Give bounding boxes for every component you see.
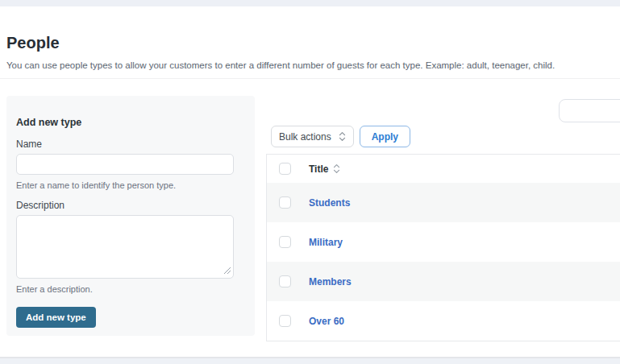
search-input[interactable] — [559, 99, 620, 122]
add-new-type-panel: Add new type Name Enter a name to identi… — [6, 96, 255, 336]
sort-icon — [333, 163, 340, 174]
column-header-title[interactable]: Title — [309, 163, 340, 175]
bottom-strip — [0, 357, 620, 364]
row-checkbox[interactable] — [279, 236, 291, 248]
row-title-link[interactable]: Members — [309, 276, 352, 287]
row-checkbox[interactable] — [279, 275, 291, 287]
bulk-actions-selected-label: Bulk actions — [279, 131, 331, 143]
page-title: People — [6, 34, 620, 52]
name-field[interactable] — [16, 154, 234, 175]
description-help-text: Enter a description. — [16, 284, 242, 294]
people-table-rows: Students Military Members Over 60 — [267, 183, 620, 341]
page-content: People You can use people types to allow… — [6, 6, 620, 357]
description-label: Description — [16, 200, 242, 211]
table-row: Students — [267, 183, 620, 222]
table-row: Military — [267, 222, 620, 262]
row-title-link[interactable]: Over 60 — [309, 316, 344, 327]
row-title-link[interactable]: Military — [309, 237, 343, 248]
people-settings-page: People You can use people types to allow… — [0, 0, 620, 364]
add-new-type-button[interactable]: Add new type — [16, 307, 96, 328]
select-all-checkbox[interactable] — [279, 163, 291, 175]
apply-button[interactable]: Apply — [360, 126, 410, 147]
bulk-actions-select[interactable]: Bulk actions — [271, 126, 354, 147]
table-header-row: Title — [267, 155, 620, 183]
description-field[interactable] — [16, 215, 234, 279]
bulk-actions-toolbar: Bulk actions Apply — [266, 126, 620, 147]
section-divider — [0, 78, 620, 79]
row-title-link[interactable]: Students — [309, 197, 350, 209]
name-help-text: Enter a name to identify the person type… — [16, 180, 242, 190]
table-row: Members — [267, 262, 620, 301]
select-chevrons-icon — [339, 131, 346, 142]
page-description: You can use people types to allow your c… — [6, 60, 620, 70]
top-strip — [0, 0, 620, 6]
people-table: Title Students — [266, 154, 620, 341]
form-heading: Add new type — [16, 117, 242, 128]
people-list-section: Bulk actions Apply Title — [266, 96, 620, 341]
row-checkbox[interactable] — [279, 315, 291, 327]
name-label: Name — [16, 139, 242, 150]
table-row: Over 60 — [267, 301, 620, 341]
row-checkbox[interactable] — [279, 196, 291, 209]
